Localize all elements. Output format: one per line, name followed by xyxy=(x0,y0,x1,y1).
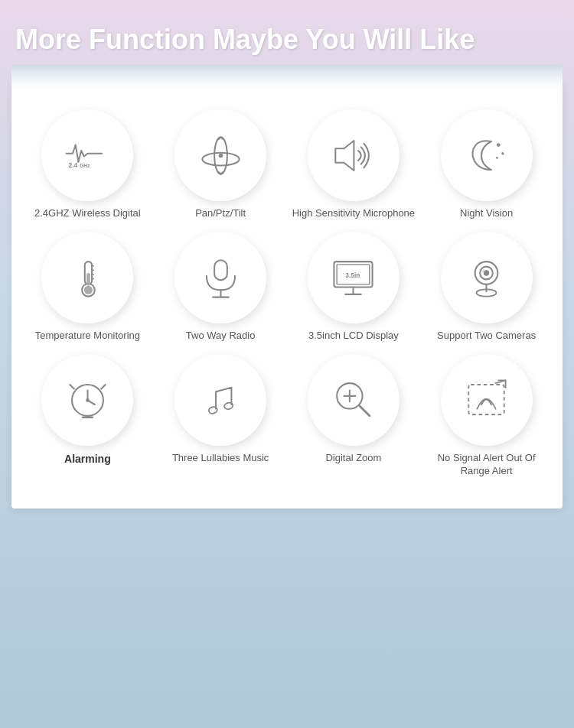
feature-lullabies: Three Lullabies Music xyxy=(156,354,285,478)
features-grid: 2.4 GHz 2.4GHZ Wireless Digital xyxy=(19,102,555,486)
svg-point-35 xyxy=(86,399,90,403)
webcam-icon xyxy=(461,253,511,303)
alarm-icon xyxy=(63,375,113,424)
svg-text:3.5in: 3.5in xyxy=(346,271,360,278)
svg-marker-5 xyxy=(336,141,354,171)
feature-label-wireless: 2.4GHZ Wireless Digital xyxy=(34,207,141,220)
svg-rect-17 xyxy=(214,260,227,280)
wifi-24ghz-icon: 2.4 GHz xyxy=(63,131,113,180)
svg-point-29 xyxy=(482,269,485,272)
paper-container: 2.4 GHz 2.4GHZ Wireless Digital xyxy=(11,79,563,509)
feature-label-radio: Two Way Radio xyxy=(186,330,256,343)
svg-point-12 xyxy=(84,285,93,294)
feature-label-temp: Temperature Monitoring xyxy=(35,330,140,343)
speaker-icon xyxy=(328,131,378,180)
feature-circle-temp xyxy=(41,232,133,323)
feature-label-lcd: 3.5inch LCD Display xyxy=(308,330,399,343)
feature-label-night: Night Vision xyxy=(460,207,513,220)
feature-label-cameras: Support Two Cameras xyxy=(437,330,536,343)
night-vision-icon xyxy=(461,131,511,180)
feature-support-cameras: Support Two Cameras xyxy=(422,232,551,343)
thermometer-icon xyxy=(63,253,113,303)
feature-lcd-display: 3.5in 3.5inch LCD Display xyxy=(289,232,419,343)
svg-rect-11 xyxy=(86,273,90,286)
feature-wireless-digital: 2.4 GHz 2.4GHZ Wireless Digital xyxy=(23,109,152,220)
feature-circle-mic-speaker xyxy=(308,109,400,201)
feature-label-zoom: Digital Zoom xyxy=(325,452,381,465)
svg-point-4 xyxy=(218,153,223,158)
microphone-icon xyxy=(196,253,246,303)
svg-text:GHz: GHz xyxy=(80,163,90,168)
pan-tilt-icon xyxy=(196,131,246,180)
svg-line-31 xyxy=(70,385,74,389)
feature-circle-lcd: 3.5in xyxy=(308,232,400,323)
svg-line-40 xyxy=(360,406,370,416)
svg-point-7 xyxy=(501,152,504,154)
svg-point-8 xyxy=(496,157,498,159)
feature-circle-night xyxy=(441,109,533,201)
svg-point-38 xyxy=(223,402,233,411)
feature-label-mic-speaker: High Sensitivity Microphone xyxy=(292,207,415,220)
feature-pan-tilt: Pan/Ptz/Tilt xyxy=(156,109,285,220)
monitor-icon: 3.5in xyxy=(328,253,378,303)
feature-circle-pan xyxy=(174,109,266,201)
music-icon xyxy=(196,375,246,424)
feature-circle-cameras xyxy=(441,232,533,323)
page-wrapper: More Function Maybe You Will Like 2.4 GH… xyxy=(0,0,574,728)
feature-circle-radio xyxy=(174,232,266,323)
feature-two-way-radio: Two Way Radio xyxy=(156,232,285,343)
feature-label-alarm: Alarming xyxy=(64,452,111,466)
feature-night-vision: Night Vision xyxy=(422,109,551,220)
feature-alarming: Alarming xyxy=(23,354,152,478)
feature-circle-zoom xyxy=(308,354,400,446)
svg-line-32 xyxy=(101,385,106,389)
feature-circle-signal xyxy=(441,354,533,446)
feature-circle-music xyxy=(174,354,266,446)
page-title: More Function Maybe You Will Like xyxy=(15,23,559,56)
feature-microphone-speaker: High Sensitivity Microphone xyxy=(289,109,419,220)
svg-point-6 xyxy=(497,143,501,147)
feature-temperature: Temperature Monitoring xyxy=(23,232,152,343)
header: More Function Maybe You Will Like xyxy=(0,0,574,71)
zoom-icon xyxy=(328,375,378,424)
svg-point-37 xyxy=(207,406,217,414)
svg-text:2.4: 2.4 xyxy=(68,161,77,169)
feature-circle-alarm xyxy=(41,354,133,446)
feature-circle-wireless: 2.4 GHz xyxy=(41,109,133,201)
signal-alert-icon xyxy=(461,375,511,424)
feature-label-pan: Pan/Ptz/Tilt xyxy=(195,207,246,220)
feature-no-signal: No Signal Alert Out Of Range Alert xyxy=(422,354,551,478)
feature-digital-zoom: Digital Zoom xyxy=(289,354,419,478)
feature-label-signal: No Signal Alert Out Of Range Alert xyxy=(422,452,551,478)
feature-label-music: Three Lullabies Music xyxy=(172,452,269,465)
